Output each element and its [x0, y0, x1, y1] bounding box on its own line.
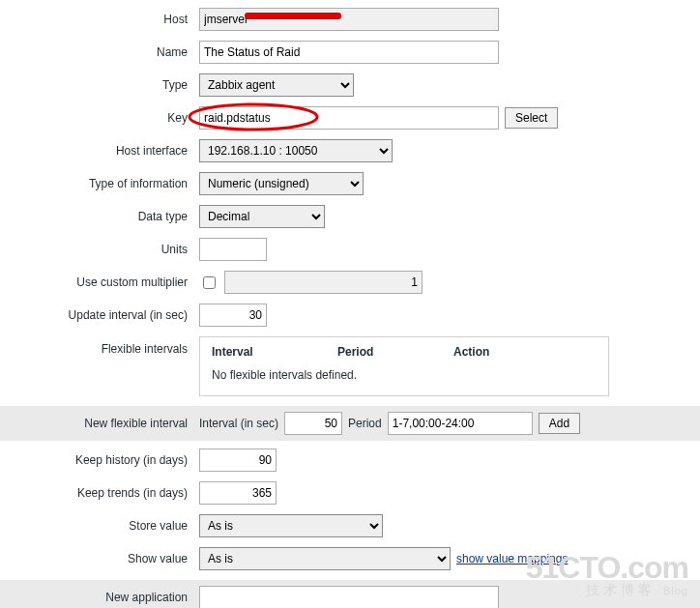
host-interface-label: Host interface [6, 144, 199, 158]
info-type-label: Type of information [6, 177, 199, 190]
key-select-button[interactable]: Select [505, 107, 558, 129]
info-type-select[interactable]: Numeric (unsigned) [199, 172, 364, 195]
flex-empty-text: No flexible intervals defined. [212, 368, 597, 382]
name-input[interactable] [199, 41, 499, 64]
host-interface-select[interactable]: 192.168.1.10 : 10050 [199, 139, 393, 162]
flex-intervals-box: Interval Period Action No flexible inter… [199, 336, 609, 396]
new-flex-add-button[interactable]: Add [539, 413, 580, 434]
custom-mult-checkbox[interactable] [203, 276, 216, 289]
host-field [199, 8, 499, 31]
history-input[interactable] [199, 449, 277, 472]
show-value-label: Show value [6, 552, 199, 565]
units-label: Units [6, 243, 199, 256]
flex-intervals-label: Flexible intervals [6, 336, 199, 356]
new-app-label: New application [6, 591, 199, 604]
new-flex-period-input[interactable] [388, 412, 533, 435]
new-flex-interval-input[interactable] [284, 412, 342, 435]
update-interval-input[interactable] [199, 304, 267, 327]
store-value-label: Store value [6, 519, 199, 533]
key-label: Key [6, 111, 199, 125]
flex-col-interval: Interval [212, 345, 337, 359]
new-app-input[interactable] [199, 586, 499, 608]
custom-mult-label: Use custom multiplier [6, 275, 199, 289]
host-label: Host [6, 13, 199, 26]
store-value-select[interactable]: As is [199, 514, 383, 537]
key-input[interactable] [199, 106, 499, 130]
type-label: Type [6, 78, 199, 92]
units-input[interactable] [199, 238, 267, 261]
show-value-select[interactable]: As is [199, 547, 451, 570]
trends-label: Keep trends (in days) [6, 486, 199, 500]
data-type-label: Data type [6, 210, 199, 223]
new-flex-period-label: Period [348, 417, 382, 430]
name-label: Name [6, 45, 199, 59]
flex-col-action: Action [453, 345, 550, 359]
data-type-select[interactable]: Decimal [199, 205, 325, 228]
history-label: Keep history (in days) [6, 453, 199, 467]
show-value-mappings-link[interactable]: show value mappings [456, 552, 568, 565]
flex-col-period: Period [337, 345, 453, 359]
new-flex-interval-label: Interval (in sec) [199, 417, 278, 430]
custom-mult-value [224, 271, 423, 294]
new-flex-label: New flexible interval [6, 417, 199, 430]
trends-input[interactable] [199, 481, 277, 505]
type-select[interactable]: Zabbix agent [199, 73, 354, 97]
update-interval-label: Update interval (in sec) [6, 308, 199, 322]
